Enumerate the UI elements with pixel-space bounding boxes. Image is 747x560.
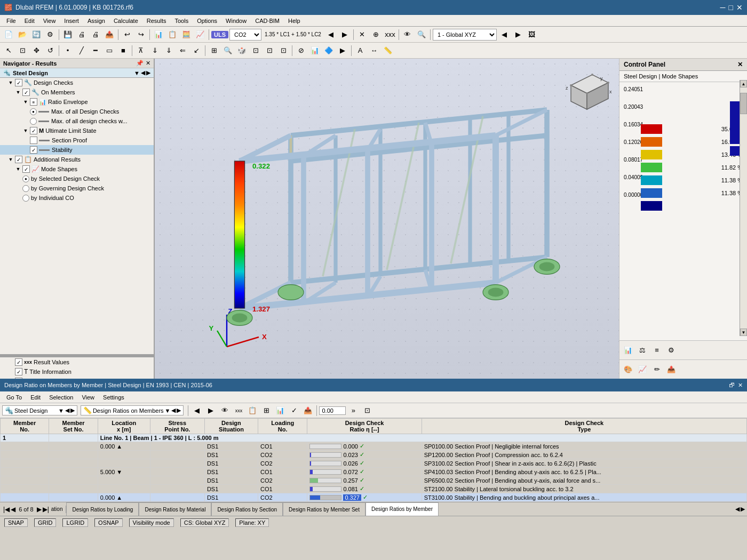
results-restore[interactable]: 🗗	[729, 382, 735, 389]
tb2-support[interactable]: ⊼	[134, 44, 147, 57]
menu-cad-bim[interactable]: CAD·BIM	[251, 17, 284, 25]
tab-by-member-set[interactable]: Design Ratios by Member Set	[283, 502, 365, 516]
check-on-members[interactable]	[22, 89, 30, 96]
results-menu-view[interactable]: View	[77, 393, 99, 402]
radio-max-all[interactable]	[30, 108, 37, 115]
tb-refresh[interactable]: 🔄	[30, 28, 43, 41]
expand-ratio-envelope[interactable]: ▼	[22, 99, 29, 105]
tb2-line[interactable]: ╱	[75, 44, 88, 57]
results-menu-settings[interactable]: Settings	[99, 393, 129, 402]
tb2-frontview[interactable]: ⊡	[277, 44, 290, 57]
cp-vscrollbar[interactable]: ▲ ▼	[740, 80, 747, 336]
tb2-section[interactable]: ⊘	[295, 44, 307, 57]
check-title-info[interactable]	[15, 368, 22, 375]
menu-edit[interactable]: Edit	[20, 17, 39, 25]
tb-view-next[interactable]: ▶	[512, 28, 525, 41]
tab-prev[interactable]: ◀	[735, 506, 740, 513]
results-tb-list[interactable]: 📋	[246, 404, 259, 417]
cp-tb2-edit[interactable]: ✏	[650, 363, 663, 376]
results-menu-goto[interactable]: Go To	[2, 393, 26, 402]
tb2-text[interactable]: A	[354, 44, 367, 57]
tab-by-material[interactable]: Design Ratios by Material	[139, 502, 211, 516]
results-tb-more[interactable]: »	[347, 404, 360, 417]
expand-design-checks[interactable]: ▼	[7, 79, 14, 86]
nav-item-by-individual[interactable]: by Individual CO	[0, 193, 154, 203]
cp-scroll-thumb[interactable]	[740, 93, 747, 114]
expand-title-info[interactable]	[7, 369, 14, 375]
results-tb-grid[interactable]: ⊞	[260, 404, 273, 417]
tb-zoom[interactable]: 🔍	[415, 28, 428, 41]
nav-item-design-checks[interactable]: ▼ 🔧 Design Checks	[0, 78, 154, 87]
table-row[interactable]: 0.000 ▲ DS1 CO2 0.327 ✓	[1, 493, 747, 502]
tb2-cursor[interactable]: ↖	[2, 44, 15, 57]
cp-tb2-chart[interactable]: 📈	[636, 363, 649, 376]
tb-prev-lc[interactable]: ◀	[324, 28, 337, 41]
results-num-input[interactable]: 0.00	[319, 406, 346, 415]
results-tb-back[interactable]: ◀	[190, 404, 203, 417]
tb-print[interactable]: 🖨	[75, 28, 88, 41]
tb-cursor[interactable]: ⊕	[370, 28, 383, 41]
tb2-load3[interactable]: ⇐	[176, 44, 189, 57]
results-tb-filter[interactable]: ⊡	[361, 404, 374, 417]
tb-next-lc[interactable]: ▶	[338, 28, 351, 41]
tb2-node[interactable]: •	[61, 44, 74, 57]
expand-uls[interactable]: ▼	[22, 127, 29, 134]
nav-back[interactable]: ◀	[141, 69, 145, 76]
orientation-cube[interactable]: y x z	[560, 64, 614, 117]
tb-x1[interactable]: ✕	[356, 28, 369, 41]
tb-settings[interactable]: ⚙	[44, 28, 57, 41]
nav-item-section-proof[interactable]: Section Proof	[0, 135, 154, 145]
check-section-proof[interactable]	[30, 137, 37, 144]
tb2-load2[interactable]: ⇓	[162, 44, 175, 57]
page-prev[interactable]: ◀	[11, 506, 15, 513]
results-design-next[interactable]: ▶	[70, 407, 75, 414]
menu-calculate[interactable]: Calculate	[109, 17, 142, 25]
radio-by-governing[interactable]	[22, 185, 29, 192]
results-tb-eye[interactable]: 👁	[218, 404, 231, 417]
results-tb-chart[interactable]: 📊	[274, 404, 287, 417]
tab-by-member[interactable]: Design Ratios by Member	[365, 502, 439, 516]
check-uls[interactable]	[30, 127, 37, 134]
check-design-checks[interactable]	[15, 79, 22, 86]
radio-max-all-w[interactable]	[30, 118, 37, 125]
check-result-values[interactable]	[15, 358, 22, 366]
nav-item-max-all[interactable]: Max. of all Design Checks	[0, 107, 154, 116]
table-row[interactable]: DS1 CO2 0.257 ✓ SP6500.02 Section Proof …	[1, 476, 747, 485]
results-tb-check[interactable]: ✓	[288, 404, 300, 417]
nav-item-title-info[interactable]: T Title Information	[0, 367, 154, 377]
tab-by-loading[interactable]: Design Ratios by Loading	[66, 502, 139, 516]
cp-tb2-color[interactable]: 🎨	[622, 363, 634, 376]
results-design-dropdown[interactable]: ▼	[58, 407, 64, 414]
menu-view[interactable]: View	[39, 17, 60, 25]
expand-additional[interactable]: ▼	[7, 156, 14, 163]
tb2-sideview[interactable]: ⊡	[263, 44, 276, 57]
tb-list[interactable]: 📋	[166, 28, 179, 41]
tb-new[interactable]: 📄	[2, 28, 15, 41]
table-row[interactable]: DS1 CO1 0.081 ✓ ST2100.00 Stability | La…	[1, 485, 747, 493]
scene-3d[interactable]: 0.322 1.327 X Z Y	[155, 59, 619, 379]
results-tb-forward[interactable]: ▶	[204, 404, 217, 417]
cp-scroll-down[interactable]: ▼	[740, 329, 747, 336]
tb2-view3d[interactable]: 🎲	[235, 44, 248, 57]
nav-item-on-members[interactable]: ▼ 🔧 On Members	[0, 87, 154, 97]
cp-tb2-export[interactable]: 📤	[665, 363, 678, 376]
table-row[interactable]: DS1 CO2 0.026 ✓ SP3100.02 Section Proof …	[1, 459, 747, 468]
close-button[interactable]: ✕	[736, 3, 743, 12]
tb-xxx[interactable]: xxx	[384, 28, 396, 41]
tb2-rotate[interactable]: ↺	[44, 44, 57, 57]
menu-results[interactable]: Results	[142, 17, 171, 25]
menu-insert[interactable]: Insert	[60, 17, 83, 25]
tb-calc[interactable]: 🧮	[180, 28, 193, 41]
radio-by-individual[interactable]	[22, 195, 29, 202]
nav-item-by-governing[interactable]: by Governing Design Check	[0, 183, 154, 193]
radio-by-selected[interactable]	[22, 175, 29, 182]
results-type-prev[interactable]: ◀	[171, 407, 176, 414]
nav-forward[interactable]: ▶	[146, 69, 150, 76]
table-row-group[interactable]: 1 Line No. 1 | Beam | 1 - IPE 360 | L : …	[1, 434, 747, 442]
nav-item-max-all-w[interactable]: Max. of all design checks w...	[0, 116, 154, 126]
cp-tb-table[interactable]: 📊	[622, 344, 634, 357]
table-row[interactable]: DS1 CO2 0.023 ✓ SP1200.00 Section Proof …	[1, 451, 747, 459]
minimize-button[interactable]: ─	[720, 3, 726, 12]
page-first[interactable]: |◀	[3, 506, 10, 513]
nav-item-stability[interactable]: Stability	[0, 145, 154, 155]
